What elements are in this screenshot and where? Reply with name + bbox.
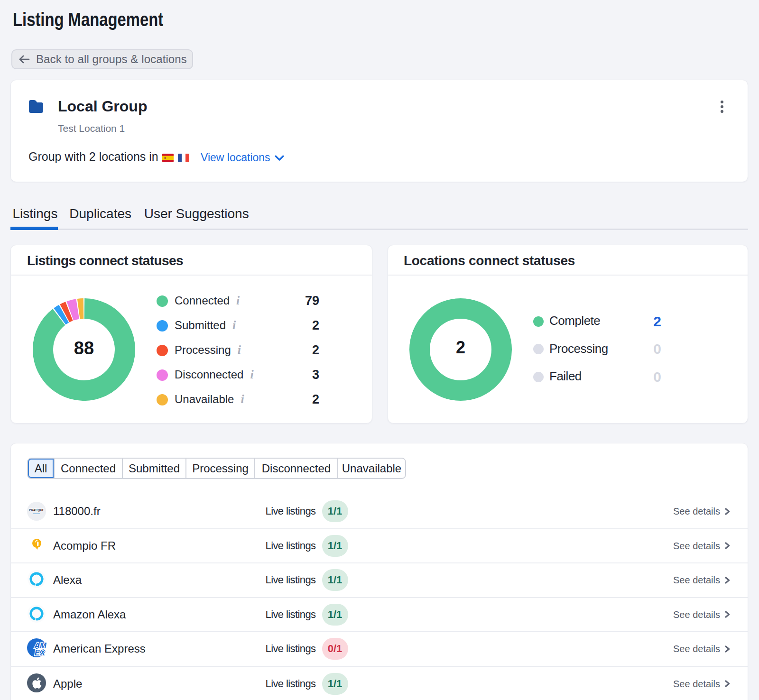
- svg-text:EX: EX: [35, 648, 46, 657]
